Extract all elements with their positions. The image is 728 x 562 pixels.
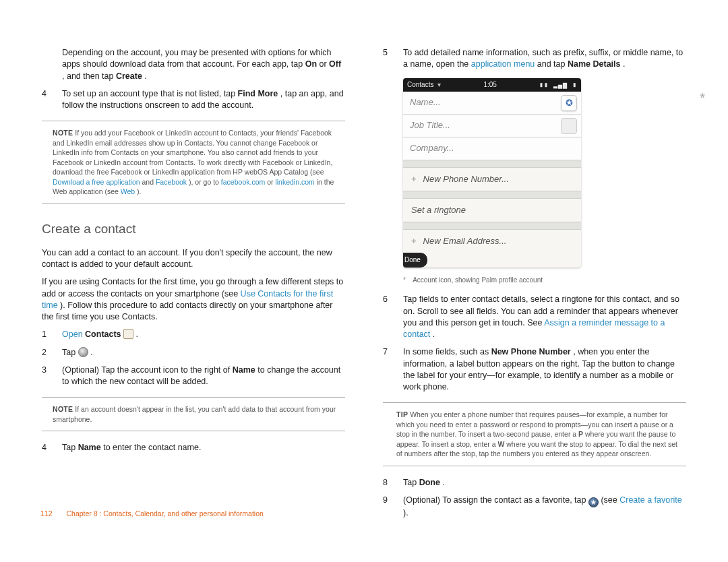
note-label: NOTE [53,129,73,137]
link-download-app[interactable]: Download a free application [53,178,140,186]
chevron-down-icon: ▾ [437,80,441,90]
plus-icon: + [411,235,417,247]
step-5-name-details: 5 To add detailed name information, such… [383,47,686,71]
link-create-favorite[interactable]: Create a favorite [619,495,681,505]
page-number: 112 [40,509,53,518]
step-8-done: 8 Tap Done . [383,477,686,489]
chapter-title: Chapter 8 : Contacts, Calendar, and othe… [66,509,263,518]
ringtone-label: Set a ringtone [411,204,466,216]
phone-new-phone-row[interactable]: + New Phone Number... [403,168,581,191]
intro-paragraph: Depending on the account, you may be pre… [42,47,345,82]
phone-frame: Contacts ▾ 1:05 ▮▮ ▂▄▆ ▮ Name... ✪ Job T… [403,78,581,268]
contact-photo-icon[interactable] [561,118,577,134]
phone-separator [403,222,581,230]
phone-job-row[interactable]: Job Title... [403,115,581,137]
status-time: 1:05 [441,80,539,90]
tip-pauses: TIP When you enter a phone number that r… [383,402,686,466]
phone-separator [403,191,581,199]
new-phone-number: New Phone Number [491,347,571,356]
step-number: 9 [383,495,403,519]
caption-text: Account icon, showing Palm profile accou… [413,276,543,284]
status-icons: ▮▮ ▂▄▆ ▮ [539,80,577,90]
add-contact-icon [78,347,88,357]
name-field: Name [78,443,101,452]
text-on: On [305,59,317,69]
link-web[interactable]: Web [121,187,135,195]
step-number: 6 [383,294,403,340]
step-number: 4 [42,442,62,454]
paragraph: You can add a contact to an account. If … [42,247,345,271]
phone-ringtone-row[interactable]: Set a ringtone [403,199,581,222]
step-number: 1 [42,329,62,340]
step-7-label: 7 In some fields, such as New Phone Numb… [383,346,686,393]
step-3-account-icon: 3 (Optional) Tap the account icon to the… [42,365,345,388]
caption-asterisk: * [403,276,406,284]
step-number: 4 [42,88,62,112]
done-label: Done [419,478,440,487]
name-field: Name [233,365,255,375]
favorite-star-icon: ★ [588,497,599,507]
step-6-fields: 6 Tap fields to enter contact details, s… [383,294,686,340]
contacts-app: Contacts [85,330,121,339]
link-facebook-com[interactable]: facebook.com [221,178,265,186]
link-linkedin-com[interactable]: linkedin.com [275,178,314,186]
step-number: 3 [42,365,62,388]
step-number: 8 [383,477,403,489]
open-link[interactable]: Open [62,330,83,339]
paragraph: If you are using Contacts for the first … [42,276,345,323]
palm-profile-icon[interactable]: ✪ [561,95,577,111]
note-account-list: NOTE If an account doesn't appear in the… [42,397,345,431]
stop-w: W [497,440,504,448]
company-placeholder: Company... [410,142,454,154]
name-placeholder: Name... [410,96,441,108]
text: Depending on the account, you may be pre… [62,48,332,69]
link-application-menu[interactable]: application menu [471,59,535,69]
find-more: Find More [238,89,278,98]
step-4-setup: 4 To set up an account type that is not … [42,88,345,112]
new-phone-label: New Phone Number... [423,173,509,185]
manual-page: Depending on the account, you may be pre… [0,0,728,532]
step-number: 7 [383,346,403,393]
name-details: Name Details [568,59,621,69]
text-create: Create [116,71,142,81]
phone-bottom: Done [403,253,581,268]
step-9-favorite: 9 (Optional) To assign the contact as a … [383,495,686,519]
phone-new-email-row[interactable]: + New Email Address... [403,230,581,253]
left-column: Depending on the account, you may be pre… [42,47,345,532]
right-column: 5 To add detailed name information, such… [383,47,686,532]
phone-name-row[interactable]: Name... ✪ [403,92,581,115]
plus-icon: + [411,173,417,185]
phone-separator [403,160,581,168]
link-facebook[interactable]: Facebook [156,178,187,186]
step-number: 2 [42,347,62,358]
step-2-tap: 2 Tap . [42,347,345,358]
done-pill[interactable]: Done [403,253,427,268]
status-app: Contacts [407,80,433,90]
note-label: NOTE [53,405,73,413]
text-off: Off [329,59,341,69]
job-placeholder: Job Title... [410,119,450,131]
new-email-label: New Email Address... [423,235,507,247]
tip-label: TIP [396,410,408,418]
phone-screenshot: * Contacts ▾ 1:05 ▮▮ ▂▄▆ ▮ Name... ✪ Job… [383,77,686,270]
contacts-app-icon [123,329,133,339]
step-number: 5 [383,47,403,71]
phone-company-row[interactable]: Company... [403,137,581,160]
step-4-tap-name: 4 Tap Name to enter the contact name. [42,442,345,454]
pause-p: P [578,430,583,438]
asterisk-marker: * [700,89,705,108]
note-social-accounts: NOTE If you add your Facebook or LinkedI… [42,121,345,204]
phone-status-bar: Contacts ▾ 1:05 ▮▮ ▂▄▆ ▮ [403,78,581,92]
section-heading-create-contact: Create a contact [42,220,345,238]
page-footer: 112 Chapter 8 : Contacts, Calendar, and … [40,509,264,518]
step-1-open: 1 Open Contacts . [42,329,345,340]
screenshot-caption: * Account icon, showing Palm profile acc… [383,276,686,285]
